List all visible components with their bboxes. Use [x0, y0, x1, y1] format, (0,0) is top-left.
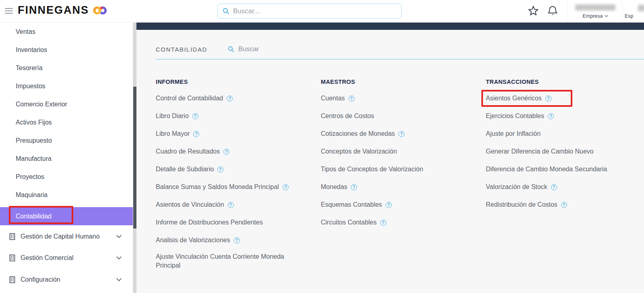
menu-item-generar-diferencia-de-cambio-nuevo[interactable]: Generar Diferencia de Cambio Nuevo	[486, 143, 644, 160]
help-icon[interactable]: ?	[351, 184, 357, 190]
menu-item-label: Redistribución de Costos	[486, 201, 557, 208]
menu-item-libro-diario[interactable]: Libro Diario?	[156, 107, 315, 125]
header-divider	[622, 0, 623, 22]
company-selector[interactable]: Empresa	[570, 0, 621, 22]
menu-item-monedas[interactable]: Monedas?	[321, 178, 480, 196]
sidebar-item-maquinaria[interactable]: Maquinaria	[0, 186, 133, 204]
language-selector[interactable]: Esp	[625, 0, 644, 22]
sidebar-item-label: Contabilidad	[16, 213, 52, 220]
menu-item-centros-de-costos[interactable]: Centros de Costos	[321, 107, 480, 125]
menu-item-analisis-de-valorizaciones[interactable]: Analisis de Valorizaciones?	[156, 231, 315, 249]
menu-item-label: Cotizaciones de Monedas	[321, 130, 395, 137]
menu-item-label: Balance Sumas y Saldos Moneda Principal	[156, 183, 279, 191]
help-icon[interactable]: ?	[223, 149, 229, 155]
sidebar-item-gestion-comercial[interactable]: Gestión Comercial	[0, 249, 133, 267]
hamburger-menu-icon[interactable]	[5, 8, 13, 15]
menu-item-label: Centros de Costos	[321, 112, 374, 120]
sidebar-nav: Ventas Inventarios Tesorería Impuestos C…	[0, 23, 133, 293]
menu-item-cuentas[interactable]: Cuentas?	[321, 89, 480, 107]
help-icon[interactable]: ?	[283, 184, 289, 190]
sidebar-item-manufactura[interactable]: Manufactura	[0, 150, 133, 168]
sidebar-item-impuestos[interactable]: Impuestos	[0, 77, 133, 95]
help-icon[interactable]: ?	[192, 113, 198, 119]
company-name-redacted	[575, 4, 615, 10]
help-icon[interactable]: ?	[551, 184, 557, 190]
header-divider	[568, 0, 568, 22]
sidebar-item-label: Manufactura	[16, 155, 52, 162]
sidebar-scrollbar-thumb[interactable]	[133, 87, 136, 229]
help-icon[interactable]: ?	[386, 202, 392, 208]
help-icon[interactable]: ?	[234, 237, 240, 243]
column-maestros: MAESTROS Cuentas? Centros de Costos Coti…	[321, 77, 480, 231]
sidebar-item-configuracion[interactable]: Configuración	[0, 270, 133, 289]
menu-item-circuitos-contables[interactable]: Circuitos Contables?	[321, 214, 480, 231]
help-icon[interactable]: ?	[545, 96, 551, 102]
sidebar-item-label: Maquinaria	[16, 191, 47, 199]
menu-item-label: Diferencia de Cambio Moneda Secundaria	[486, 166, 607, 173]
title-underline	[156, 59, 644, 60]
menu-item-esquemas-contables[interactable]: Esquemas Contables?	[321, 196, 480, 214]
menu-item-control-de-contabilidad[interactable]: Control de Contabilidad?	[156, 89, 315, 107]
notifications-bell-icon[interactable]	[547, 5, 558, 17]
menu-item-conceptos-de-valorizacion[interactable]: Conceptos de Valorización	[321, 143, 480, 160]
search-icon	[223, 8, 229, 15]
menu-item-ejercicios-contables[interactable]: Ejercicios Contables?	[486, 107, 644, 125]
help-icon[interactable]: ?	[228, 202, 234, 208]
sidebar-item-comercio-exterior[interactable]: Comercio Exterior	[0, 95, 133, 113]
module-search	[228, 45, 367, 53]
sidebar-item-tesoreria[interactable]: Tesorería	[0, 59, 133, 77]
module-search-input[interactable]	[238, 45, 367, 53]
sidebar-item-label: Tesorería	[16, 64, 43, 72]
sidebar-item-presupuesto[interactable]: Presupuesto	[0, 131, 133, 150]
favorites-star-icon[interactable]	[528, 5, 539, 17]
menu-item-label: Cuentas	[321, 95, 345, 102]
sidebar-item-gestion-capital-humano[interactable]: Gestión de Capital Humano	[0, 225, 133, 248]
sidebar-item-activos-fijos[interactable]: Activos Fijos	[0, 113, 133, 131]
menu-item-asientos-de-vinculacion[interactable]: Asientos de Vinculación?	[156, 196, 315, 214]
sidebar-item-label: Activos Fijos	[16, 119, 52, 126]
help-icon[interactable]: ?	[548, 113, 554, 119]
app-root: FINNEGANS	[0, 0, 644, 293]
menu-item-label: Monedas	[321, 183, 347, 191]
menu-item-balance-sumas-y-saldos[interactable]: Balance Sumas y Saldos Moneda Principal?	[156, 178, 315, 196]
column-title: TRANSACCIONES	[486, 77, 644, 86]
help-icon[interactable]: ?	[193, 131, 199, 137]
menu-item-ajuste-vinculacion-cuenta-corriente[interactable]: Ajuste Vinculación Cuenta Corriente Mone…	[156, 252, 315, 280]
global-search-input[interactable]	[233, 7, 396, 15]
help-icon[interactable]: ?	[217, 166, 223, 172]
building-icon	[9, 254, 16, 262]
menu-item-label: Libro Diario	[156, 112, 189, 120]
help-icon[interactable]: ?	[561, 202, 567, 208]
chevron-down-icon	[116, 278, 122, 281]
help-icon[interactable]: ?	[398, 131, 405, 137]
menu-item-cotizaciones-de-monedas[interactable]: Cotizaciones de Monedas?	[321, 125, 480, 143]
sidebar-item-proyectos[interactable]: Proyectos	[0, 168, 133, 186]
search-icon	[228, 46, 234, 52]
menu-item-tipos-de-conceptos-de-valorizacion[interactable]: Tipos de Conceptos de Valorización	[321, 160, 480, 178]
chevron-down-icon	[116, 235, 122, 238]
logo-link[interactable]: FINNEGANS	[18, 4, 108, 17]
menu-item-redistribucion-de-costos[interactable]: Redistribución de Costos?	[486, 196, 644, 214]
menu-item-diferencia-de-cambio-moneda-secundaria[interactable]: Diferencia de Cambio Moneda Secundaria	[486, 160, 644, 178]
menu-item-ajuste-por-inflacion[interactable]: Ajuste por Inflación	[486, 125, 644, 143]
logo-text: FINNEGANS	[18, 4, 89, 17]
building-icon	[9, 233, 16, 240]
menu-item-label: Ajuste Vinculación Cuenta Corriente Mone…	[156, 252, 286, 270]
sidebar-item-contabilidad[interactable]: Contabilidad	[0, 207, 133, 225]
menu-item-libro-mayor[interactable]: Libro Mayor?	[156, 125, 315, 143]
menu-item-informe-de-distribuciones-pendientes[interactable]: Informe de Distribuciones Pendientes	[156, 214, 315, 231]
help-icon[interactable]: ?	[380, 220, 386, 226]
menu-item-asientos-genericos[interactable]: Asientos Genéricos?	[486, 89, 644, 107]
sidebar-item-label: Proyectos	[16, 173, 44, 181]
menu-item-label: Control de Contabilidad	[156, 95, 223, 102]
help-icon[interactable]: ?	[227, 96, 233, 102]
help-icon[interactable]: ?	[349, 96, 355, 102]
sidebar-item-inventarios[interactable]: Inventarios	[0, 41, 133, 59]
menu-item-cuadro-de-resultados[interactable]: Cuadro de Resultados?	[156, 143, 315, 160]
column-title: INFORMES	[156, 77, 315, 86]
menu-item-detalle-de-subdiario[interactable]: Detalle de Subdiario?	[156, 160, 315, 178]
menu-item-label: Informe de Distribuciones Pendientes	[156, 219, 263, 226]
menu-item-valorizacion-de-stock[interactable]: Valorización de Stock?	[486, 178, 644, 196]
menu-item-label: Ajuste por Inflación	[486, 130, 541, 137]
sidebar-item-ventas[interactable]: Ventas	[0, 23, 133, 41]
